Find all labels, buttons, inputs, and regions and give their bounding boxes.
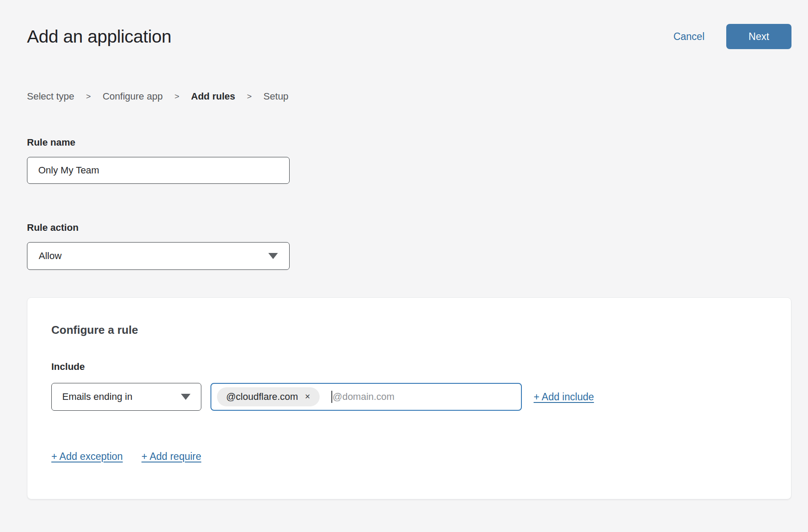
add-require-link[interactable]: + Add require	[141, 451, 201, 462]
cancel-button[interactable]: Cancel	[673, 31, 704, 43]
page-header: Add an application Cancel Next	[27, 24, 791, 49]
add-exception-link[interactable]: + Add exception	[51, 451, 123, 462]
email-domain-tag-label: @cloudflare.com	[226, 391, 298, 402]
rule-action-label: Rule action	[27, 222, 791, 233]
breadcrumb-separator: >	[174, 91, 179, 102]
email-domain-tag: @cloudflare.com ✕	[217, 387, 320, 406]
add-include-link[interactable]: + Add include	[534, 391, 594, 403]
breadcrumb-separator: >	[247, 91, 252, 102]
remove-tag-icon[interactable]: ✕	[304, 393, 310, 400]
configure-rule-title: Configure a rule	[51, 323, 767, 337]
wizard-breadcrumb: Select type > Configure app > Add rules …	[27, 91, 791, 102]
next-button[interactable]: Next	[726, 24, 791, 49]
rule-name-label: Rule name	[27, 137, 791, 148]
chevron-down-icon	[268, 253, 278, 259]
breadcrumb-step-setup[interactable]: Setup	[264, 91, 289, 102]
rule-extra-links: + Add exception + Add require	[51, 451, 767, 462]
email-domains-input[interactable]: @cloudflare.com ✕ @domain.com	[210, 383, 522, 411]
include-rule-row: Emails ending in @cloudflare.com ✕ @doma…	[51, 383, 767, 411]
rule-action-section: Rule action Allow	[27, 222, 791, 270]
email-input-placeholder: @domain.com	[333, 391, 394, 402]
rule-action-select[interactable]: Allow	[27, 242, 290, 270]
text-cursor	[331, 391, 332, 403]
header-actions: Cancel Next	[673, 24, 791, 49]
rule-action-selected-value: Allow	[39, 250, 62, 262]
include-label: Include	[51, 361, 767, 372]
configure-rule-card: Configure a rule Include Emails ending i…	[27, 297, 791, 499]
rule-name-input[interactable]	[27, 157, 290, 184]
add-application-page: Add an application Cancel Next Select ty…	[0, 0, 808, 499]
breadcrumb-step-configure-app[interactable]: Configure app	[103, 91, 163, 102]
page-title: Add an application	[27, 24, 171, 49]
include-type-selected-value: Emails ending in	[62, 391, 132, 402]
include-type-select[interactable]: Emails ending in	[51, 383, 201, 411]
breadcrumb-separator: >	[86, 91, 91, 102]
breadcrumb-step-select-type[interactable]: Select type	[27, 91, 74, 102]
rule-name-section: Rule name	[27, 137, 791, 184]
breadcrumb-step-add-rules[interactable]: Add rules	[191, 91, 235, 102]
chevron-down-icon	[181, 394, 190, 400]
